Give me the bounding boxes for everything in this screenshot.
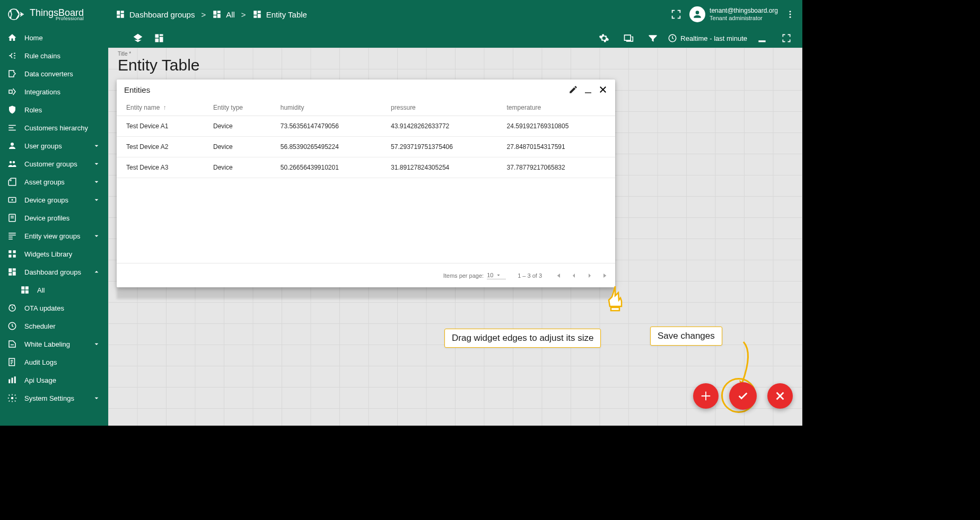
table-row[interactable]: Test Device A2Device56.8539026549522457.… (117, 137, 615, 157)
save-button[interactable] (729, 382, 757, 410)
assets-icon (7, 177, 17, 187)
dashboard-icon (116, 10, 125, 19)
svg-point-42 (790, 16, 791, 18)
sidebar-item-label: Data converters (24, 70, 101, 78)
sidebar-item-asset-groups[interactable]: Asset groups (0, 173, 108, 191)
svg-point-4 (10, 161, 12, 164)
breadcrumb-item[interactable]: All (212, 10, 235, 19)
aliases-button[interactable] (619, 29, 638, 48)
sidebar-item-data-converters[interactable]: Data converters (0, 65, 108, 83)
sidebar-item-customer-groups[interactable]: Customer groups (0, 155, 108, 173)
devices-icon (7, 195, 17, 205)
user-role: Tenant administrator (710, 15, 778, 22)
sidebar-item-label: Dashboard groups (24, 268, 85, 276)
last-page-icon[interactable] (601, 271, 610, 280)
settings-button[interactable] (594, 29, 614, 48)
dashboard-icon (7, 267, 17, 277)
widget-title: Entities (124, 85, 150, 94)
sidebar-item-audit-logs[interactable]: Audit Logs (0, 353, 108, 371)
widget-shadow (117, 287, 615, 299)
prev-page-icon[interactable] (570, 271, 578, 280)
first-page-icon[interactable] (554, 271, 562, 280)
download-icon[interactable] (583, 85, 593, 94)
column-header[interactable]: Entity type (206, 100, 273, 116)
sidebar-item-label: All (37, 286, 101, 294)
svg-point-0 (20, 13, 22, 15)
sidebar-item-scheduler[interactable]: Scheduler (0, 317, 108, 335)
more-icon[interactable] (785, 10, 795, 19)
breadcrumb-separator: > (241, 10, 246, 19)
timewindow-button[interactable]: Realtime - last minute (668, 33, 747, 43)
next-page-icon[interactable] (585, 271, 594, 280)
items-per-page-select[interactable]: 10 (487, 272, 506, 279)
breadcrumb-item[interactable]: Entity Table (252, 10, 307, 19)
chevron-down-icon (92, 178, 101, 186)
column-header[interactable]: temperature (500, 100, 615, 116)
sidebar-item-label: Customers hierarchy (24, 124, 101, 132)
sidebar-item-integrations[interactable]: Integrations (0, 83, 108, 101)
expand-button[interactable] (777, 29, 796, 48)
user-menu[interactable]: tenant@thingsboard.org Tenant administra… (689, 6, 778, 22)
sidebar-item-label: Scheduler (24, 322, 101, 330)
breadcrumb-label: All (226, 10, 235, 19)
sidebar-item-api-usage[interactable]: Api Usage (0, 371, 108, 389)
sidebar-item-label: Rule chains (24, 52, 101, 60)
dashboard-canvas[interactable]: Title * Entity Table Entities Entity nam… (108, 48, 802, 426)
svg-rect-15 (13, 271, 16, 276)
export-button[interactable] (752, 29, 772, 48)
sidebar-item-device-groups[interactable]: Device groups (0, 191, 108, 209)
svg-rect-26 (14, 376, 16, 383)
svg-rect-30 (121, 14, 124, 18)
entities-widget[interactable]: Entities Entity name↑Entity typehumidity… (117, 80, 615, 287)
sidebar-item-all[interactable]: All (0, 281, 108, 299)
sidebar-item-label: Integrations (24, 88, 101, 96)
chevron-down-icon (92, 232, 101, 240)
layouts-button[interactable] (150, 29, 169, 48)
svg-rect-32 (213, 11, 216, 15)
edit-icon[interactable] (568, 85, 578, 94)
svg-rect-33 (217, 11, 221, 13)
sidebar-item-entity-view-groups[interactable]: Entity view groups (0, 227, 108, 245)
dashboard-title[interactable]: Entity Table (118, 57, 200, 74)
sidebar-item-label: System Settings (24, 394, 85, 402)
sidebar-item-white-labeling[interactable]: White Labeling (0, 335, 108, 353)
column-header[interactable]: Entity name↑ (117, 100, 206, 116)
sidebar-item-customers-hierarchy[interactable]: Customers hierarchy (0, 119, 108, 137)
sidebar-item-home[interactable]: Home (0, 29, 108, 47)
breadcrumb-separator: > (201, 10, 206, 19)
sidebar: ThingsBoard Professional HomeRule chains… (0, 0, 108, 426)
svg-point-7 (12, 199, 13, 201)
svg-rect-10 (13, 250, 16, 253)
svg-rect-20 (25, 290, 29, 294)
table-cell: 27.84870154317591 (500, 137, 615, 157)
sidebar-item-dashboard-groups[interactable]: Dashboard groups (0, 263, 108, 281)
breadcrumb-item[interactable]: Dashboard groups (116, 10, 195, 19)
close-icon[interactable] (598, 85, 608, 94)
sidebar-item-roles[interactable]: Roles (0, 101, 108, 119)
hierarchy-icon (7, 123, 17, 133)
layers-button[interactable] (128, 29, 147, 48)
filter-button[interactable] (643, 29, 662, 48)
profile-icon (7, 213, 17, 223)
sidebar-item-label: White Labeling (24, 340, 85, 348)
fullscreen-icon[interactable] (670, 8, 682, 20)
table-row[interactable]: Test Device A3Device50.2665643991020131.… (117, 157, 615, 178)
chevron-down-icon (92, 394, 101, 402)
sidebar-item-device-profiles[interactable]: Device profiles (0, 209, 108, 227)
sidebar-item-system-settings[interactable]: System Settings (0, 389, 108, 407)
sidebar-item-widgets-library[interactable]: Widgets Library (0, 245, 108, 263)
table-cell: Test Device A1 (117, 116, 206, 137)
sort-arrow-icon: ↑ (163, 104, 166, 111)
column-header[interactable]: humidity (273, 100, 383, 116)
header: Dashboard groups>All>Entity Table tenant… (108, 0, 802, 29)
table-row[interactable]: Test Device A1Device73.5635614747905643.… (117, 116, 615, 137)
logo[interactable]: ThingsBoard Professional (0, 0, 108, 29)
sidebar-item-ota-updates[interactable]: OTA updates (0, 299, 108, 317)
sidebar-item-user-groups[interactable]: User groups (0, 137, 108, 155)
column-header[interactable]: pressure (383, 100, 499, 116)
sidebar-item-rule-chains[interactable]: Rule chains (0, 47, 108, 65)
cancel-button[interactable] (767, 383, 793, 409)
whitelabel-icon (7, 339, 17, 349)
add-widget-button[interactable] (693, 383, 719, 409)
sidebar-item-label: Asset groups (24, 178, 85, 186)
